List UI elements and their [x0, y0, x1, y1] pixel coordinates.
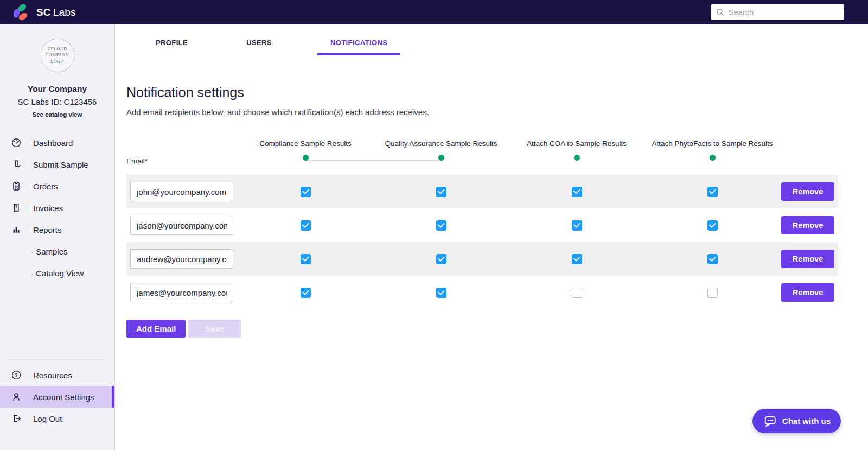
sidebar-item-label: - Samples: [31, 247, 68, 256]
checkbox-coa[interactable]: [572, 187, 582, 197]
checkbox-phytofacts[interactable]: [707, 254, 718, 264]
column-title: Attach PhytoFacts to Sample Results: [652, 140, 773, 148]
email-field[interactable]: [130, 249, 233, 269]
brand-bold: SC: [36, 7, 51, 18]
tab-notifications[interactable]: NOTIFICATIONS: [317, 35, 400, 55]
sidebar-item-samples[interactable]: - Samples: [0, 240, 114, 262]
checkbox-compliance[interactable]: [301, 288, 311, 298]
checkbox-quality[interactable]: [436, 288, 446, 298]
email-column-label: Email*: [126, 157, 238, 175]
table-header: Email* Compliance Sample Results Quality…: [126, 138, 838, 175]
checkbox-quality[interactable]: [436, 254, 446, 264]
column-title: Quality Assurance Sample Results: [385, 140, 497, 148]
brand[interactable]: SCLabs: [11, 3, 76, 22]
checkbox-coa[interactable]: [572, 254, 582, 264]
sidebar: UPLOAD COMPANY LOGO Your Company SC Labs…: [0, 24, 115, 450]
notification-settings-section: Notification settings Add email recipien…: [126, 85, 838, 338]
sidebar-item-resources[interactable]: ? Resources: [0, 364, 114, 386]
sidebar-item-submit-sample[interactable]: Submit Sample: [0, 154, 114, 175]
company-id: SC Labs ID: C123456: [0, 97, 114, 106]
checkbox-quality[interactable]: [436, 187, 446, 197]
email-field[interactable]: [130, 216, 233, 235]
company-name: Your Company: [0, 84, 114, 94]
chat-widget-button[interactable]: Chat with us: [752, 409, 841, 433]
column-head-compliance: Compliance Sample Results: [238, 138, 373, 175]
table-actions: Add Email Save: [126, 320, 838, 338]
column-title: Attach COA to Sample Results: [527, 140, 627, 148]
checkbox-compliance[interactable]: [301, 254, 311, 264]
column-head-coa: Attach COA to Sample Results: [509, 138, 644, 175]
sidebar-item-label: Log Out: [33, 414, 62, 423]
sidebar-item-label: Reports: [33, 225, 62, 234]
svg-text:?: ?: [15, 372, 18, 378]
table-row: Remove: [126, 276, 838, 309]
checkbox-coa[interactable]: [572, 220, 582, 231]
clipboard-icon: [11, 181, 22, 192]
toggle-connector-line: [305, 160, 441, 161]
checkbox-phytofacts[interactable]: [707, 288, 718, 298]
user-icon: [11, 391, 22, 402]
remove-button[interactable]: Remove: [781, 283, 834, 302]
save-button[interactable]: Save: [188, 320, 241, 338]
checkbox-phytofacts[interactable]: [707, 187, 718, 197]
help-icon: ?: [11, 370, 22, 381]
test-tube-icon: [11, 159, 22, 170]
checkbox-compliance[interactable]: [301, 220, 311, 231]
sidebar-item-label: Orders: [33, 182, 58, 191]
sidebar-item-invoices[interactable]: $ Invoices: [0, 197, 114, 219]
tab-profile[interactable]: PROFILE: [143, 35, 201, 55]
table-row: Remove: [126, 175, 838, 208]
sidebar-item-dashboard[interactable]: Dashboard: [0, 132, 114, 154]
add-email-button[interactable]: Add Email: [126, 320, 186, 338]
search-box[interactable]: [711, 4, 844, 20]
tab-users[interactable]: USERS: [233, 35, 285, 55]
remove-button[interactable]: Remove: [781, 216, 834, 234]
gauge-icon: [11, 137, 22, 148]
chat-bubble-icon: [763, 415, 777, 428]
invoice-icon: $: [11, 202, 22, 213]
sidebar-item-account-settings[interactable]: Account Settings: [0, 386, 114, 408]
column-head-phytofacts: Attach PhytoFacts to Sample Results: [644, 138, 780, 175]
layout: UPLOAD COMPANY LOGO Your Company SC Labs…: [0, 24, 868, 450]
sidebar-item-label: - Catalog View: [31, 269, 84, 278]
tabs: PROFILE USERS NOTIFICATIONS: [143, 24, 868, 55]
search-input[interactable]: [729, 8, 840, 17]
toggle-dot-coa[interactable]: [574, 155, 580, 161]
sidebar-divider: [9, 359, 106, 360]
sidebar-nav: Dashboard Submit Sample: [0, 132, 114, 284]
see-catalog-view-link[interactable]: See catalog view: [0, 111, 114, 118]
toggle-dot-compliance[interactable]: [303, 155, 309, 161]
sidebar-item-log-out[interactable]: Log Out: [0, 408, 114, 429]
column-head-quality: Quality Assurance Sample Results: [373, 138, 509, 175]
remove-button[interactable]: Remove: [781, 250, 834, 268]
sidebar-item-label: Resources: [33, 371, 72, 380]
email-field[interactable]: [130, 182, 233, 201]
sidebar-bottom-nav: ? Resources Account Settings: [0, 364, 114, 450]
sidebar-item-label: Account Settings: [33, 392, 94, 402]
sidebar-item-orders[interactable]: Orders: [0, 175, 114, 197]
toggle-dot-phytofacts[interactable]: [710, 155, 716, 161]
checkbox-coa[interactable]: [572, 288, 582, 298]
page-title: Notification settings: [126, 85, 838, 100]
upload-company-logo-button[interactable]: UPLOAD COMPANY LOGO: [41, 39, 74, 72]
email-rows: Remove Remove: [126, 175, 838, 309]
bar-chart-icon: [11, 224, 22, 235]
sidebar-item-label: Submit Sample: [33, 160, 88, 169]
checkbox-phytofacts[interactable]: [707, 220, 718, 231]
main-content: PROFILE USERS NOTIFICATIONS Notification…: [115, 24, 868, 450]
sidebar-item-catalog-view[interactable]: - Catalog View: [0, 262, 114, 284]
brand-rest: Labs: [53, 7, 76, 18]
column-title: Compliance Sample Results: [259, 140, 352, 148]
checkbox-quality[interactable]: [436, 220, 446, 231]
remove-button[interactable]: Remove: [781, 182, 834, 201]
sc-labs-logo-icon: [11, 3, 31, 22]
toggle-dot-quality[interactable]: [438, 155, 444, 161]
sidebar-item-label: Invoices: [33, 204, 63, 213]
brand-text: SCLabs: [36, 7, 76, 18]
sidebar-item-reports[interactable]: Reports: [0, 219, 114, 240]
checkbox-compliance[interactable]: [301, 187, 311, 197]
table-row: Remove: [126, 242, 838, 276]
svg-text:$: $: [15, 205, 17, 210]
email-field[interactable]: [130, 283, 233, 302]
page-subtitle: Add email recipients below, and choose w…: [126, 107, 838, 117]
